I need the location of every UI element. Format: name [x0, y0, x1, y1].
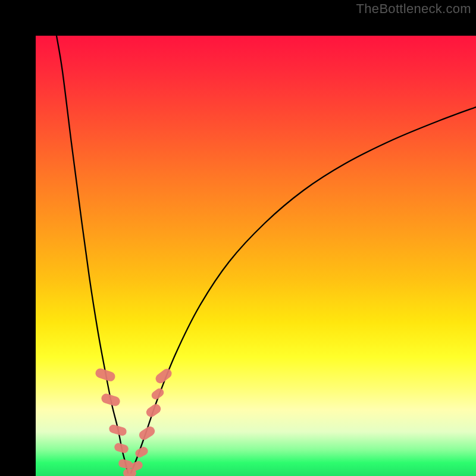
data-marker [114, 442, 130, 454]
data-marker [134, 446, 149, 459]
data-marker [145, 402, 163, 419]
data-marker [118, 458, 134, 469]
data-marker [150, 387, 165, 401]
marker-group [94, 367, 173, 476]
watermark-text: TheBottleneck.com [356, 1, 471, 17]
left-curve [57, 36, 128, 473]
data-marker [137, 425, 156, 441]
plot-area [36, 36, 476, 476]
chart-svg [36, 36, 476, 476]
chart-frame [0, 0, 476, 476]
curve-group [57, 36, 476, 473]
data-marker [100, 392, 121, 407]
right-curve [131, 107, 476, 473]
